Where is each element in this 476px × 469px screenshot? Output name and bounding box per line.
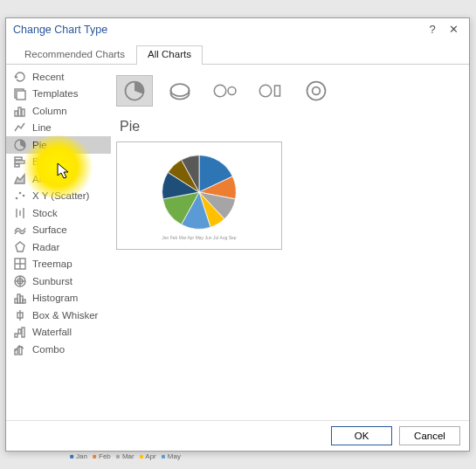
sidebar-item-histogram[interactable]: Histogram xyxy=(6,290,104,307)
main-panel: Pie Jan Feb Mar Apr May Jun Jul Aug Sep xyxy=(104,65,469,420)
sidebar-item-label: Area xyxy=(32,174,53,184)
cancel-button[interactable]: Cancel xyxy=(399,426,460,445)
sidebar-item-waterfall[interactable]: Waterfall xyxy=(6,324,104,341)
close-button[interactable]: ✕ xyxy=(443,21,464,38)
svg-point-11 xyxy=(23,195,25,197)
sidebar-item-label: Box & Whisker xyxy=(32,310,98,321)
combo-icon xyxy=(13,342,27,356)
sidebar-item-recent[interactable]: Recent xyxy=(6,68,104,86)
sidebar-item-radar[interactable]: Radar xyxy=(6,238,104,256)
sidebar-item-surface[interactable]: Surface xyxy=(6,222,104,239)
svg-point-35 xyxy=(171,84,190,96)
subtype-pie[interactable] xyxy=(116,75,153,107)
sidebar-item-label: Treemap xyxy=(32,259,72,269)
doughnut-icon xyxy=(303,79,329,103)
dialog-title: Change Chart Type xyxy=(13,24,422,36)
sidebar-item-label: Radar xyxy=(32,242,59,252)
sidebar-item-label: Column xyxy=(32,106,67,116)
svg-rect-33 xyxy=(19,347,22,355)
legend-item: Feb xyxy=(93,452,111,460)
treemap-icon xyxy=(13,257,27,271)
pie-icon xyxy=(121,79,148,103)
legend-item: Apr xyxy=(140,452,156,460)
svg-point-10 xyxy=(19,192,22,195)
svg-point-38 xyxy=(259,85,272,97)
svg-rect-26 xyxy=(23,300,25,303)
preview-legend: Jan Feb Mar Apr May Jun Jul Aug Sep xyxy=(162,235,236,240)
svg-rect-1 xyxy=(17,91,25,100)
sunburst-icon xyxy=(13,274,27,288)
sidebar-item-label: Pie xyxy=(32,140,47,150)
scatter-icon xyxy=(13,189,27,203)
sidebar-item-line[interactable]: Line xyxy=(6,120,104,137)
pie-of-pie-icon xyxy=(212,79,238,103)
subtype-bar-of-pie[interactable] xyxy=(252,75,289,107)
radar-icon xyxy=(13,240,27,254)
sidebar-item-label: Combo xyxy=(32,344,65,355)
sidebar-item-boxwhisker[interactable]: Box & Whisker xyxy=(6,307,104,324)
sidebar-item-label: Recent xyxy=(32,72,64,82)
button-bar: OK Cancel xyxy=(6,420,469,451)
bar-icon xyxy=(13,155,27,169)
svg-rect-7 xyxy=(15,161,24,163)
sidebar-item-scatter[interactable]: X Y (Scatter) xyxy=(6,188,104,205)
svg-rect-8 xyxy=(15,164,19,167)
sidebar-item-label: X Y (Scatter) xyxy=(32,190,89,201)
sidebar-item-label: Surface xyxy=(32,224,67,235)
pie-chart-icon xyxy=(158,151,240,233)
svg-rect-30 xyxy=(18,329,21,334)
surface-icon xyxy=(13,223,27,237)
svg-rect-2 xyxy=(15,111,17,116)
sidebar-item-sunburst[interactable]: Sunburst xyxy=(6,272,104,290)
svg-point-36 xyxy=(214,85,226,97)
svg-rect-4 xyxy=(22,109,24,116)
sidebar-item-label: Bar xyxy=(32,156,48,167)
svg-rect-6 xyxy=(15,157,22,160)
ok-button[interactable]: OK xyxy=(331,426,392,445)
svg-point-9 xyxy=(16,197,18,200)
svg-point-40 xyxy=(307,82,326,100)
legend-item: Mar xyxy=(116,452,135,460)
subtype-3d-pie[interactable] xyxy=(162,75,198,107)
footer-legend: JanFebMarAprMay xyxy=(70,452,181,460)
sidebar-item-combo[interactable]: Combo xyxy=(6,341,104,358)
line-icon xyxy=(13,121,27,134)
dialog-content: RecentTemplatesColumnLinePieBarAreaX Y (… xyxy=(6,65,469,420)
svg-rect-39 xyxy=(275,86,280,96)
histogram-icon xyxy=(13,291,27,305)
tabs: Recommended Charts All Charts xyxy=(6,45,469,65)
tab-recommended[interactable]: Recommended Charts xyxy=(13,45,136,65)
sidebar-item-column[interactable]: Column xyxy=(6,102,104,120)
chart-type-heading: Pie xyxy=(120,119,457,134)
sidebar-item-label: Templates xyxy=(32,88,78,99)
sidebar-item-templates[interactable]: Templates xyxy=(6,86,104,103)
titlebar: Change Chart Type ? ✕ xyxy=(6,18,469,41)
legend-item: Jan xyxy=(70,452,87,460)
svg-point-41 xyxy=(313,87,321,95)
chart-preview[interactable]: Jan Feb Mar Apr May Jun Jul Aug Sep xyxy=(116,141,282,250)
svg-marker-15 xyxy=(16,242,24,252)
tab-all-charts[interactable]: All Charts xyxy=(136,45,203,65)
sidebar-item-bar[interactable]: Bar xyxy=(6,154,104,171)
sidebar-item-treemap[interactable]: Treemap xyxy=(6,256,104,273)
pie-icon xyxy=(13,138,27,152)
svg-point-37 xyxy=(228,87,236,95)
chart-category-list: RecentTemplatesColumnLinePieBarAreaX Y (… xyxy=(6,65,104,420)
waterfall-icon xyxy=(13,325,27,339)
change-chart-type-dialog: Change Chart Type ? ✕ Recommended Charts… xyxy=(5,17,470,452)
subtype-doughnut[interactable] xyxy=(298,75,335,107)
legend-item: May xyxy=(162,452,181,460)
recent-icon xyxy=(13,70,27,84)
sidebar-item-area[interactable]: Area xyxy=(6,170,104,188)
sidebar-item-pie[interactable]: Pie xyxy=(6,136,111,154)
sidebar-item-label: Waterfall xyxy=(32,327,72,337)
subtype-row xyxy=(116,75,457,107)
help-button[interactable]: ? xyxy=(422,21,443,38)
area-icon xyxy=(13,172,27,186)
pie-3d-icon xyxy=(167,79,193,103)
boxwhisker-icon xyxy=(13,308,27,322)
subtype-pie-of-pie[interactable] xyxy=(207,75,244,107)
bar-of-pie-icon xyxy=(258,79,284,103)
sidebar-item-label: Line xyxy=(32,122,52,133)
sidebar-item-stock[interactable]: Stock xyxy=(6,204,104,222)
